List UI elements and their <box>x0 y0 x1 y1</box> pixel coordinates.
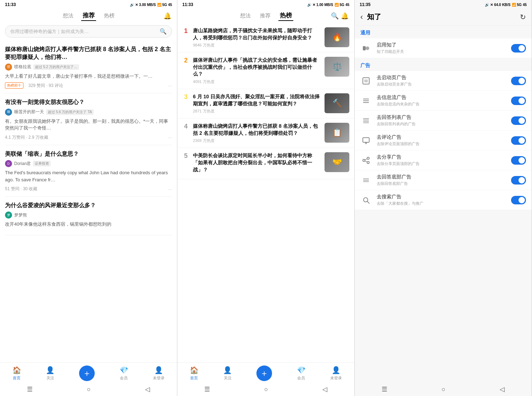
hot-item-4[interactable]: 4 媒体称唐山烧烤店打人事件警方已抓获 8 名涉案人员，包括 2 名主要犯罪嫌疑… <box>177 119 354 148</box>
refresh-button[interactable]: ↻ <box>520 13 526 21</box>
sys-menu-3[interactable]: ☰ <box>382 385 387 393</box>
follow-icon-1: 👤 <box>46 366 55 374</box>
back-button[interactable]: ‹ <box>360 12 363 22</box>
feed-content-1: 媒体称唐山烧烤店打人事件警方已抓获 8 名涉案人员，包括 2 名主要犯罪嫌疑人，… <box>0 40 177 362</box>
tab-ideas-2[interactable]: 想法 <box>239 12 252 20</box>
search-bar-1[interactable]: 你用过哪些神奇的偏方｜如何成为美… 🔍 <box>5 25 172 38</box>
settings-desc-answer: 去除回答列表内的广告 <box>377 121 506 127</box>
more-icon-1[interactable]: ··· <box>168 83 172 88</box>
status-bar-2: 11:33 🔊 ✕ 1.00 MB/S 📶 5G 45 <box>177 0 354 9</box>
sys-home-3[interactable]: ○ <box>442 386 445 393</box>
tab-hot-2[interactable]: 热榜 <box>278 11 293 21</box>
login-icon-1: 👤 <box>154 366 163 374</box>
settings-icon-bottom <box>360 175 372 186</box>
status-bar-1: 11:33 🔊 ✕ 3.00 MB/S 📶 5G 45 <box>0 0 177 9</box>
add-button-1[interactable]: ＋ <box>79 365 95 381</box>
toggle-feed-ad[interactable] <box>511 97 526 105</box>
hot-title-2: 媒体评唐山打人事件「挑战了大众的安全感，需让施暴者付出沉重代价」，当社会秩序被挑… <box>193 57 321 78</box>
nav-vip-1[interactable]: 💎 会员 <box>120 366 128 381</box>
settings-name-enable: 启用知了 <box>377 42 506 48</box>
hot-item-2[interactable]: 2 媒体评唐山打人事件「挑战了大众的安全感，需让施暴者付出沉重代价」，当社会秩序… <box>177 53 354 89</box>
time-1: 11:33 <box>5 2 16 7</box>
feed-title-4: 为什么谷爱凌的风评最近变那么多？ <box>5 202 172 209</box>
feed-item-1[interactable]: 媒体称唐山烧烤店打人事件警方已抓获 8 名涉案人员，包括 2 名主要犯罪嫌疑人，… <box>5 40 172 93</box>
hot-title-4: 媒体称唐山烧烤店打人事件警方已抓获 8 名涉案人员，包括 2 名主要犯罪嫌疑人，… <box>193 123 321 137</box>
avatar-2: 睡 <box>5 109 12 116</box>
settings-item-comment-ad: 去评论广告 去除评论页面顶部的广告 <box>355 131 532 150</box>
bell-icon-2[interactable]: 🔔 <box>341 12 349 20</box>
sys-back-3[interactable]: ◁ <box>500 385 505 393</box>
bell-icon-1[interactable]: 🔔 <box>164 12 171 20</box>
section-label-ads: 广告 <box>355 58 532 71</box>
toggle-search-ad[interactable] <box>511 196 526 204</box>
feed-stats-1: 热榜前十 329 赞同 · 93 评论 ··· <box>5 82 172 89</box>
sys-back-2[interactable]: ◁ <box>322 385 327 393</box>
hot-thumb-2: ⚖️ <box>325 57 349 77</box>
system-nav-2: ☰ ○ ◁ <box>177 383 354 396</box>
tab-recommend-2[interactable]: 推荐 <box>259 12 272 20</box>
nav-follow-1[interactable]: 👤 关注 <box>46 366 55 381</box>
toggle-share-ad[interactable] <box>511 156 526 165</box>
nav-login-label-1: 未登录 <box>153 375 165 381</box>
settings-item-search-ad: 去搜索广告 去除「大家都在搜」与推广 <box>355 190 532 210</box>
bottom-nav-2: 🏠 首页 👤 关注 ＋ 💎 会员 👤 未登录 <box>177 362 354 383</box>
nav-login-2[interactable]: 👤 未登录 <box>330 366 342 381</box>
toggle-answer-ad[interactable] <box>511 116 526 125</box>
feed-item-2[interactable]: 有没有一刻觉得女朋友很恶心？ 睡 睡莲开的那一天 超过 5.6 万的用户关注了 … <box>5 93 172 145</box>
hot-rank-2: 2 <box>182 57 189 65</box>
nav-vip-2[interactable]: 💎 会员 <box>297 366 306 381</box>
author-name-2: 睡莲开的那一天 <box>14 109 44 115</box>
feed-author-3: D Dorian君 证券投资 <box>5 160 172 167</box>
toggle-bottom-ad[interactable] <box>511 176 526 185</box>
home-icon-2: 🏠 <box>190 366 199 374</box>
hot-rank-3: 3 <box>182 93 189 101</box>
hot-item-1[interactable]: 1 唐山某路烧烤店，男子骚扰女子未果挨骂，随即动手打人，将受到哪些惩罚？出门在外… <box>177 23 354 53</box>
add-button-2[interactable]: ＋ <box>256 365 272 381</box>
hot-item-3[interactable]: 3 6 月 10 日吴亦凡强奸、聚众淫乱一案开庭，法院将依法择期宣判，庭审透露了… <box>177 89 354 119</box>
feed-author-4: 梦 梦梦熊 <box>5 211 172 219</box>
feed-excerpt-1: 大早上看了好几篇文章，唐山女子被打事件，我还是想稍微谈一下。一… <box>5 73 172 80</box>
author-sub-3: 证券投资 <box>33 161 51 166</box>
sys-home-2[interactable]: ○ <box>264 386 268 393</box>
sys-home-1[interactable]: ○ <box>87 386 91 393</box>
search-icon-2[interactable]: 🔍 <box>331 12 339 20</box>
sys-menu-2[interactable]: ☰ <box>204 385 210 393</box>
nav-home-2[interactable]: 🏠 首页 <box>190 366 199 381</box>
more-icon-2[interactable]: ··· <box>168 134 172 140</box>
svg-rect-3 <box>364 79 368 82</box>
sys-menu-1[interactable]: ☰ <box>27 385 33 393</box>
nav-login-1[interactable]: 👤 未登录 <box>153 366 165 381</box>
settings-item-enable: 启用知了 知了功能总开关 <box>355 38 532 58</box>
settings-text-feed: 去信息流广告 去除信息流内夹杂的广告 <box>377 94 506 107</box>
feed-title-2: 有没有一刻觉得女朋友很恶心？ <box>5 98 172 106</box>
toggle-enable[interactable] <box>511 44 526 53</box>
author-name-1: 喷格拉底 <box>14 64 31 70</box>
status-bar-3: 11:35 🔊 ✕ 64.0 KB/S 📶 5G 45 <box>355 0 532 9</box>
tab-recommend-1[interactable]: 推荐 <box>81 11 96 21</box>
tab-ideas-1[interactable]: 想法 <box>61 12 75 20</box>
toggle-comment-ad[interactable] <box>511 136 526 145</box>
sys-back-1[interactable]: ◁ <box>145 385 150 393</box>
settings-text-enable: 启用知了 知了功能总开关 <box>377 42 506 54</box>
nav-home-1[interactable]: 🏠 首页 <box>12 366 21 381</box>
svg-point-13 <box>363 159 365 161</box>
hot-thumb-3: 🔨 <box>325 93 349 113</box>
feed-item-4[interactable]: 为什么谷爱凌的风评最近变那么多？ 梦 梦梦熊 改开40年来像他这样东食西宿，锅里… <box>5 197 172 235</box>
toggle-splash-ad[interactable] <box>511 77 526 85</box>
author-name-3: Dorian君 <box>14 161 31 167</box>
settings-name-feed: 去信息流广告 <box>377 94 506 101</box>
settings-item-feed-ad: 去信息流广告 去除信息流内夹杂的广告 <box>355 91 532 111</box>
settings-text-search-ad: 去搜索广告 去除「大家都在搜」与推广 <box>377 194 506 206</box>
nav-follow-2[interactable]: 👤 关注 <box>223 366 232 381</box>
search-icon-1[interactable]: 🔍 <box>160 28 167 35</box>
tab-hot-1[interactable]: 热榜 <box>102 12 116 20</box>
hot-title-1: 唐山某路烧烤店，男子骚扰女子未果挨骂，随即动手打人，将受到哪些惩罚？出门在外如何… <box>193 27 321 41</box>
vip-icon-2: 💎 <box>297 366 306 374</box>
more-icon-3[interactable]: ··· <box>168 186 172 192</box>
feed-stats-3: 51 赞同 · 30 收藏 ··· <box>5 186 172 192</box>
settings-icon-feed <box>360 95 372 106</box>
avatar-3: D <box>5 160 12 167</box>
hot-content-item-5: 中美防长会谈比原定时间延长半小时，如何看待中方称「如果有人胆敢把台湾分裂出去，中… <box>193 152 321 175</box>
feed-item-3[interactable]: 美联储「缩表」是什么意思？ D Dorian君 证券投资 The Fed's b… <box>5 145 172 197</box>
hot-item-5[interactable]: 5 中美防长会谈比原定时间延长半小时，如何看待中方称「如果有人胆敢把台湾分裂出去… <box>177 148 354 179</box>
